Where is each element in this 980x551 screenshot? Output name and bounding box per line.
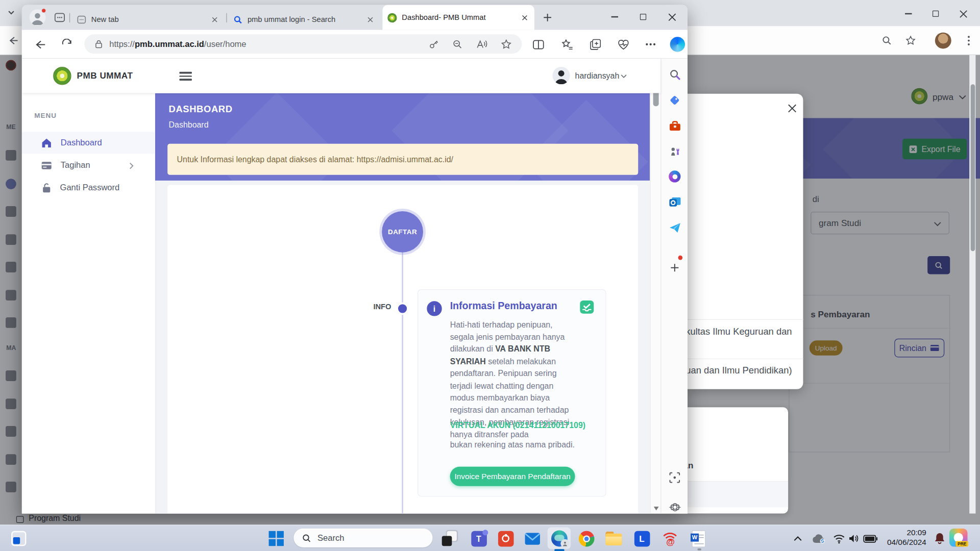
back-close-button[interactable] — [954, 6, 973, 21]
page-scrollbar[interactable] — [650, 59, 660, 513]
user-name[interactable]: hardiansyah — [575, 71, 620, 81]
modal-row-fragment[interactable]: uan dan Ilmu Pendidikan) — [685, 365, 802, 375]
file-explorer-icon[interactable] — [605, 530, 622, 547]
taskbar-corner-icon[interactable] — [10, 530, 28, 547]
user-avatar[interactable] — [552, 67, 570, 84]
tab-strip: New tab pmb ummat login - Search Dashboa… — [22, 5, 688, 30]
chevron-down-icon[interactable] — [6, 8, 16, 18]
menu-dots-icon[interactable] — [964, 34, 974, 46]
refresh-icon[interactable] — [59, 37, 74, 52]
tab-new-tab[interactable]: New tab — [72, 9, 225, 30]
back-modal-card: an — [688, 407, 788, 513]
teams-icon[interactable]: T — [470, 530, 487, 547]
new-tab-page-icon — [77, 15, 86, 24]
task-view-icon[interactable] — [440, 530, 458, 547]
hamburger-menu-icon[interactable] — [179, 70, 191, 82]
sidebar-item-label: Dashboard — [61, 138, 102, 147]
games-icon[interactable] — [668, 144, 681, 158]
sidebar-add-icon[interactable] — [668, 261, 681, 274]
brand-title: PMB UMMAT — [77, 70, 133, 81]
tab-title: pmb ummat login - Search — [248, 15, 360, 23]
back-page-scrollbar[interactable] — [969, 55, 975, 514]
tray-expand-icon[interactable] — [791, 530, 803, 547]
invoice-button[interactable]: Invoice Pembayaran Pendaftaran — [450, 467, 575, 486]
taskbar-search[interactable]: Search — [294, 529, 433, 547]
timeline-start-node[interactable]: DAFTAR — [382, 211, 423, 253]
scroll-down-icon[interactable] — [653, 507, 658, 510]
back-profile-avatar[interactable] — [935, 33, 951, 49]
volume-icon[interactable] — [845, 530, 863, 547]
timeline-line — [402, 251, 403, 513]
chrome-icon[interactable] — [577, 530, 595, 547]
tab-dashboard-active[interactable]: Dashboard- PMB Ummat — [382, 5, 534, 30]
microsoft-365-icon[interactable] — [668, 170, 681, 183]
split-screen-icon[interactable] — [531, 37, 546, 52]
shopping-tag-icon[interactable] — [668, 94, 681, 107]
address-bar[interactable]: https://pmb.ummat.ac.id/user/home — [84, 34, 522, 54]
taskbar-clock[interactable]: 20:09 04/06/2024 — [870, 529, 926, 547]
read-aloud-icon[interactable] — [476, 38, 488, 49]
lock-icon — [42, 183, 51, 193]
sidebar-item-tagihan[interactable]: Tagihan — [22, 154, 155, 176]
sidebar-search-icon[interactable] — [668, 68, 681, 81]
maximize-button[interactable] — [634, 9, 653, 24]
sidebar-item-ganti-password[interactable]: Ganti Password — [22, 177, 155, 199]
sidebar-item-dashboard[interactable]: Dashboard — [22, 132, 155, 154]
back-arrow-icon[interactable] — [8, 35, 19, 46]
settings-more-icon[interactable] — [643, 37, 658, 52]
back-maximize-button[interactable] — [926, 6, 945, 21]
sidebar-settings-gear-icon[interactable] — [668, 500, 681, 514]
timeline-card: DAFTAR INFO i Informasi Pembayaran Hati-… — [167, 185, 638, 513]
pmb-logo — [53, 67, 71, 85]
chevron-down-icon[interactable] — [621, 74, 627, 79]
tools-toolbox-icon[interactable] — [668, 119, 681, 133]
red-wifi-app-icon[interactable]: @ — [662, 530, 679, 547]
collections-icon[interactable] — [588, 37, 603, 52]
tab-close-icon[interactable] — [365, 14, 375, 24]
start-button[interactable] — [267, 530, 285, 547]
favorites-bar-icon[interactable] — [559, 37, 574, 52]
screenshot-icon[interactable] — [668, 471, 681, 484]
search-favicon — [233, 15, 242, 24]
close-button[interactable] — [663, 9, 681, 24]
browser-essentials-icon[interactable] — [616, 37, 630, 52]
timeline-step-label: INFO — [355, 303, 391, 311]
payment-info-card: i Informasi Pembayaran Hati-hati terhada… — [418, 289, 606, 497]
breadcrumb: Dashboard — [169, 120, 209, 129]
tab-search[interactable]: pmb ummat login - Search — [228, 9, 380, 30]
back-arrow-icon[interactable] — [32, 37, 46, 52]
notification-bell-icon[interactable] — [930, 530, 948, 547]
zoom-out-icon[interactable] — [452, 38, 463, 49]
word-document-icon[interactable]: W — [690, 530, 707, 547]
zoom-icon[interactable] — [881, 35, 893, 46]
minimize-button[interactable] — [605, 9, 624, 24]
edge-app-icon[interactable] — [551, 530, 568, 547]
drop-paperplane-icon[interactable] — [668, 221, 681, 234]
pmb-favicon — [387, 13, 397, 22]
active-app-indicator — [554, 549, 565, 551]
app-sidebar: MENU Dashboard Tagihan Ganti Password — [22, 93, 155, 513]
sidebar-item-label: Ganti Password — [60, 183, 120, 192]
onedrive-cloud-icon[interactable] — [810, 530, 827, 547]
search-placeholder: Search — [317, 533, 344, 542]
favorite-star-icon[interactable] — [501, 38, 512, 49]
edge-sidebar — [660, 59, 688, 513]
tab-actions-icon[interactable] — [55, 12, 65, 22]
tab-close-icon[interactable] — [209, 14, 219, 24]
password-key-icon[interactable] — [428, 38, 439, 49]
o-app-icon[interactable] — [497, 530, 514, 547]
new-tab-button[interactable] — [542, 12, 553, 23]
copilot-icon[interactable] — [669, 36, 686, 53]
modal-row-fragment[interactable]: kultas Ilmu Keguruan dan — [685, 326, 802, 337]
back-minimize-button[interactable] — [899, 6, 918, 21]
l-app-icon[interactable]: L — [633, 530, 650, 547]
virtual-account-text: VIRTUAL AKUN (021411210017109) — [450, 420, 585, 430]
outlook-icon[interactable] — [668, 195, 681, 209]
mail-icon[interactable] — [524, 530, 541, 547]
bookmark-star-icon[interactable] — [905, 35, 916, 46]
tab-close-icon[interactable] — [520, 12, 530, 22]
modal-close-icon[interactable] — [785, 101, 799, 115]
url-text[interactable]: https://pmb.ummat.ac.id/user/home — [109, 39, 246, 48]
running-app-indicator — [698, 548, 701, 550]
address-toolbar: https://pmb.ummat.ac.id/user/home — [22, 30, 688, 59]
